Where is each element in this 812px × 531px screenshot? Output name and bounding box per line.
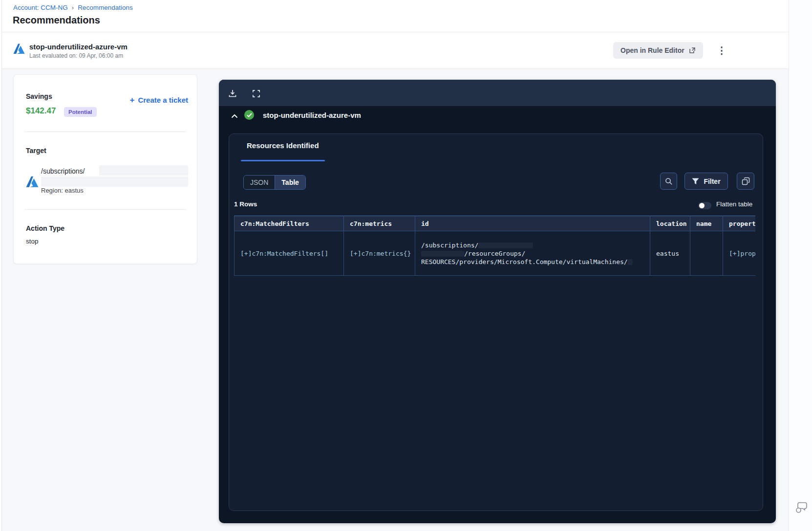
chevron-up-icon — [231, 114, 238, 118]
redacted-id — [478, 243, 533, 248]
create-ticket-button[interactable]: + Create a ticket — [130, 96, 189, 104]
properties-expander[interactable]: [+]properties{} — [729, 250, 755, 257]
panel-toolbar — [219, 80, 776, 106]
rule-name: stop-underutilized-azure-vm — [29, 43, 128, 51]
metrics-expander[interactable]: [+]c7n:metrics{} — [350, 250, 411, 257]
breadcrumb: Account: CCM-NG › Recommendations — [13, 4, 133, 11]
breadcrumb-separator-icon: › — [72, 4, 74, 11]
resources-table: c7n:MatchedFilters c7n:metrics id locati… — [234, 216, 755, 276]
breadcrumb-account-link[interactable]: Account: CCM-NG — [13, 4, 68, 11]
success-check-icon — [244, 110, 254, 120]
tab-resources-identified[interactable]: Resources Identified — [247, 141, 319, 150]
action-type-value: stop — [26, 238, 39, 245]
recommendations-page: Account: CCM-NG › Recommendations Recomm… — [0, 0, 812, 531]
summary-card: Savings $142.47 Potential + Create a tic… — [13, 74, 197, 264]
download-button[interactable] — [225, 86, 240, 101]
open-in-rule-editor-label: Open in Rule Editor — [620, 46, 684, 54]
resources-card: Resources Identified JSON Table Filter — [229, 133, 763, 511]
azure-icon — [13, 44, 25, 54]
filter-button-label: Filter — [704, 177, 720, 185]
savings-amount: $142.47 — [26, 106, 56, 116]
id-line: /resourceGroups/ — [464, 250, 525, 257]
savings-label: Savings — [26, 92, 52, 100]
collapse-section-button[interactable] — [229, 110, 240, 122]
redacted-target-value — [99, 165, 188, 176]
target-region: Region: eastus — [41, 187, 84, 194]
right-rail-divider — [789, 0, 789, 531]
search-icon — [665, 177, 673, 185]
chat-bubbles-icon — [794, 502, 808, 513]
support-chat-button[interactable] — [794, 502, 808, 513]
target-path: /subscriptions/ — [41, 167, 85, 175]
breadcrumb-page-link[interactable]: Recommendations — [78, 4, 133, 11]
savings-status-badge: Potential — [64, 107, 97, 117]
card-divider — [24, 132, 186, 132]
toggle-knob — [699, 203, 705, 208]
column-header: properties — [723, 216, 756, 231]
azure-icon — [26, 176, 39, 188]
flatten-table-label: Flatten table — [716, 200, 752, 208]
view-mode-segmented-control: JSON Table — [243, 175, 306, 190]
view-table-segment[interactable]: Table — [275, 176, 305, 189]
view-json-segment[interactable]: JSON — [244, 176, 275, 189]
matched-filters-expander[interactable]: [+]c7n:MatchedFilters[] — [240, 250, 328, 257]
filter-button[interactable]: Filter — [684, 173, 728, 190]
column-header: c7n:MatchedFilters — [235, 216, 344, 231]
flatten-table-toggle[interactable] — [698, 202, 711, 209]
copy-button[interactable] — [737, 173, 754, 190]
copy-icon — [742, 177, 750, 185]
fullscreen-button[interactable] — [248, 86, 264, 101]
right-rail — [789, 0, 812, 531]
rule-last-evaluated: Last evaluated on: 09 Apr, 06:00 am — [29, 52, 123, 59]
fullscreen-icon — [252, 89, 260, 98]
column-header: id — [415, 216, 650, 231]
panel-rule-name: stop-underutilized-azure-vm — [263, 111, 361, 119]
download-icon — [228, 89, 237, 98]
redacted-id — [421, 251, 464, 257]
tab-active-underline — [241, 160, 325, 161]
target-label: Target — [26, 147, 46, 155]
header-divider — [2, 32, 789, 32]
name-cell — [690, 231, 723, 276]
rows-count: 1 Rows — [234, 200, 257, 208]
redacted-id — [628, 259, 633, 265]
search-button[interactable] — [660, 173, 677, 190]
column-header: c7n:metrics — [344, 216, 415, 231]
open-in-rule-editor-button[interactable]: Open in Rule Editor — [613, 42, 703, 59]
location-cell: eastus — [650, 231, 690, 276]
column-header: location — [650, 216, 690, 231]
table-header-row: c7n:MatchedFilters c7n:metrics id locati… — [235, 216, 756, 231]
page-title: Recommendations — [13, 15, 100, 26]
id-line: RESOURCES/providers/Microsoft.Compute/vi… — [421, 258, 628, 266]
external-link-icon — [689, 47, 696, 54]
filter-funnel-icon — [692, 178, 699, 185]
id-cell: /subscriptions/ /resourceGroups/ RESOURC… — [415, 231, 650, 276]
resources-table-container[interactable]: c7n:MatchedFilters c7n:metrics id locati… — [234, 216, 755, 276]
card-divider — [24, 209, 186, 210]
id-line: /subscriptions/ — [421, 242, 478, 249]
plus-icon: + — [130, 96, 135, 104]
redacted-target-value — [41, 177, 188, 187]
results-panel: stop-underutilized-azure-vm Resources Id… — [219, 80, 776, 523]
rule-menu-kebab-icon[interactable]: ⋮ — [716, 43, 727, 58]
table-row: [+]c7n:MatchedFilters[] [+]c7n:metrics{}… — [235, 231, 756, 276]
column-header: name — [690, 216, 723, 231]
create-ticket-label: Create a ticket — [138, 96, 188, 104]
action-type-label: Action Type — [26, 224, 64, 232]
